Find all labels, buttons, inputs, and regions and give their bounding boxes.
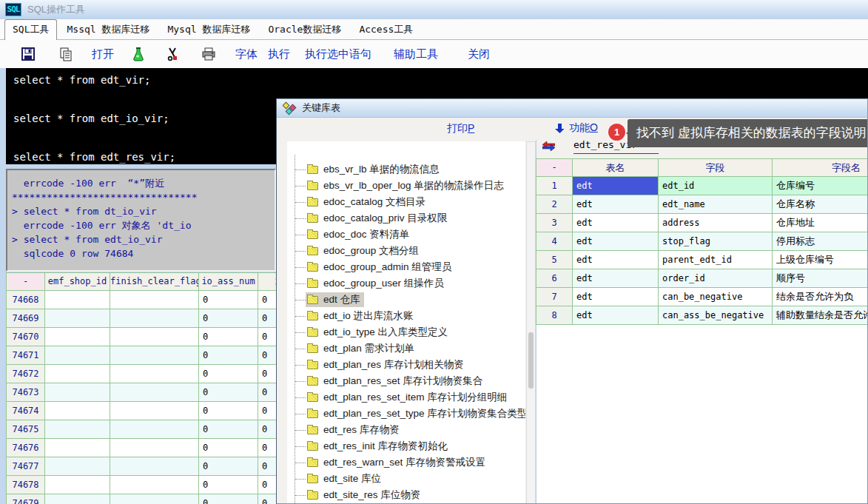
- tree-connector: [295, 397, 306, 398]
- tree-item[interactable]: edoc_group_admin 组管理员: [287, 259, 525, 275]
- tree-scrollbar[interactable]: [526, 141, 536, 504]
- tree-node: ebs_vr_lb_oper_log 单据的物流操作日志: [306, 178, 508, 193]
- table-row[interactable]: 7466800: [7, 291, 276, 309]
- row-number-cell: 74669: [7, 309, 45, 328]
- table-row[interactable]: 7467300: [7, 383, 276, 402]
- execute-button[interactable]: 执行: [268, 44, 290, 64]
- data-cell: edt_id: [659, 177, 773, 195]
- tree-node: edt_res_warn_set 库存物资警戒设置: [306, 455, 489, 470]
- data-cell: 顺序号: [773, 269, 868, 288]
- table-row[interactable]: 7467500: [7, 420, 276, 439]
- data-cell: 仓库编号: [773, 177, 868, 195]
- tree-item[interactable]: edt_site 库位: [287, 471, 525, 487]
- table-row[interactable]: 7467700: [7, 457, 276, 476]
- data-cell: [45, 476, 110, 494]
- tree-item[interactable]: edoc_catalog_priv 目录权限: [287, 210, 525, 226]
- execute-selected-button[interactable]: 执行选中语句: [305, 44, 371, 64]
- tree-node: edt_res_init 库存物资初始化: [306, 439, 451, 454]
- table-row[interactable]: 7467400: [7, 402, 276, 420]
- table-row[interactable]: 7edtcan_be_negative结余是否允许为负: [536, 288, 868, 306]
- tree-node: edoc_group_admin 组管理员: [306, 260, 455, 275]
- table-row[interactable]: 6edtorder_id顺序号: [536, 269, 868, 288]
- tree-item[interactable]: edt_site_res 库位物资: [287, 487, 525, 503]
- tree-connector: [295, 430, 306, 431]
- table-row[interactable]: 7467800: [7, 476, 276, 494]
- open-button[interactable]: 打开: [92, 44, 114, 64]
- data-cell: parent_edt_id: [659, 251, 773, 269]
- tree-item[interactable]: edoc_group_user 组操作员: [287, 275, 525, 292]
- tree-item[interactable]: edt_plan_res_set 库存计划物资集合: [287, 373, 525, 389]
- print-button[interactable]: [201, 44, 216, 64]
- close-button[interactable]: 关闭: [468, 44, 490, 64]
- tree-item-label: edt_res_warn_set 库存物资警戒设置: [323, 456, 485, 469]
- folder-icon: [307, 410, 318, 418]
- function-menu-link[interactable]: 功能O: [555, 121, 598, 135]
- tree-connector: [295, 202, 306, 203]
- tab-3[interactable]: Oracle数据迁移: [260, 19, 349, 40]
- tree-item[interactable]: edt_io_type 出入库类型定义: [287, 324, 525, 340]
- tree-item[interactable]: ebs_vr_lb_oper_log 单据的物流操作日志: [287, 178, 525, 194]
- tree-node: edoc_group_user 组操作员: [306, 276, 448, 291]
- data-cell: 辅助数量结余是否允许为: [773, 306, 868, 325]
- tree-item[interactable]: edt_plan 需求计划单: [287, 340, 525, 357]
- tree-connector: [295, 495, 306, 496]
- tree-item[interactable]: edt_res_warn_set 库存物资警戒设置: [287, 454, 525, 471]
- column-header: -: [7, 273, 45, 291]
- tab-sql-tools[interactable]: SQL工具: [4, 19, 57, 40]
- copy-icon: [59, 47, 73, 61]
- data-cell: 0: [199, 365, 258, 383]
- row-number-cell: 74670: [7, 328, 45, 346]
- data-cell: 上级仓库编号: [773, 251, 868, 269]
- data-cell: can_ass_be_negative: [659, 306, 773, 325]
- tree-item-label: edoc_catalog_priv 目录权限: [323, 212, 447, 225]
- tree-scrollbar-thumb[interactable]: [528, 332, 534, 389]
- flask-button[interactable]: [132, 44, 145, 64]
- data-cell: 0: [199, 476, 258, 494]
- table-row[interactable]: 7467900: [7, 494, 276, 504]
- table-row[interactable]: 7466900: [7, 309, 276, 328]
- row-number-cell: 74668: [7, 291, 45, 309]
- print-link[interactable]: 打印P: [447, 122, 474, 135]
- tree-item[interactable]: edoc_doc 资料清单: [287, 226, 525, 243]
- tab-1[interactable]: Mssql 数据库迁移: [58, 19, 158, 40]
- tree-item[interactable]: edt_io 进出库流水账: [287, 308, 525, 324]
- table-row[interactable]: 4edtstop_flag停用标志: [536, 232, 868, 251]
- data-cell: [110, 346, 199, 365]
- column-header: io: [258, 273, 276, 291]
- tree-node: edoc_catalog_priv 目录权限: [306, 211, 451, 226]
- folder-icon: [307, 491, 318, 500]
- dialog-icon: [283, 101, 297, 115]
- copy-button[interactable]: [59, 44, 73, 64]
- table-row[interactable]: 2edtedt_name仓库名称: [536, 195, 868, 214]
- tab-2[interactable]: Mysql 数据库迁移: [159, 19, 258, 40]
- tree-item[interactable]: edt_res 库存物资: [287, 422, 525, 438]
- tab-4[interactable]: Access工具: [351, 19, 421, 40]
- save-button[interactable]: [21, 44, 36, 64]
- key-tables-dialog: 关键库表 打印P 功能O ebs_vr_lb 单据的物流信息ebs_vr_lb_…: [276, 98, 868, 504]
- tree-item[interactable]: edt 仓库: [287, 292, 525, 308]
- tree-item[interactable]: edt_plan_res_set_type 库存计划物资集合类型: [287, 406, 525, 422]
- font-button[interactable]: 字体: [235, 44, 258, 64]
- tree-item[interactable]: edt_plan_res 库存计划相关物资: [287, 357, 525, 373]
- data-cell: edt: [573, 288, 659, 306]
- table-row[interactable]: 8edtcan_ass_be_negative辅助数量结余是否允许为: [536, 306, 868, 325]
- table-row[interactable]: 1edtedt_id仓库编号: [536, 177, 868, 195]
- tree-item[interactable]: edoc_catalog 文档目录: [287, 194, 525, 210]
- table-row[interactable]: 7467600: [7, 439, 276, 457]
- table-row[interactable]: 3edtaddress仓库地址: [536, 214, 868, 232]
- cut-button[interactable]: [166, 44, 179, 64]
- data-cell: [110, 457, 199, 476]
- table-row[interactable]: 7467100: [7, 346, 276, 365]
- data-cell: edt: [573, 306, 659, 325]
- aux-tools-button[interactable]: 辅助工具: [394, 44, 438, 64]
- table-row[interactable]: 7467000: [7, 328, 276, 346]
- tree-item[interactable]: edt_plan_res_set_item 库存计划分组明细: [287, 389, 525, 406]
- table-row[interactable]: 7467200: [7, 365, 276, 383]
- table-row[interactable]: 5edtparent_edt_id上级仓库编号: [536, 251, 868, 269]
- tree-item[interactable]: edoc_group 文档分组: [287, 243, 525, 259]
- tree-connector: [295, 479, 306, 480]
- tree-connector: [295, 235, 306, 235]
- folder-icon: [307, 361, 318, 369]
- tree-item[interactable]: edt_res_init 库存物资初始化: [287, 438, 525, 454]
- tree-item[interactable]: ebs_vr_lb 单据的物流信息: [287, 161, 525, 178]
